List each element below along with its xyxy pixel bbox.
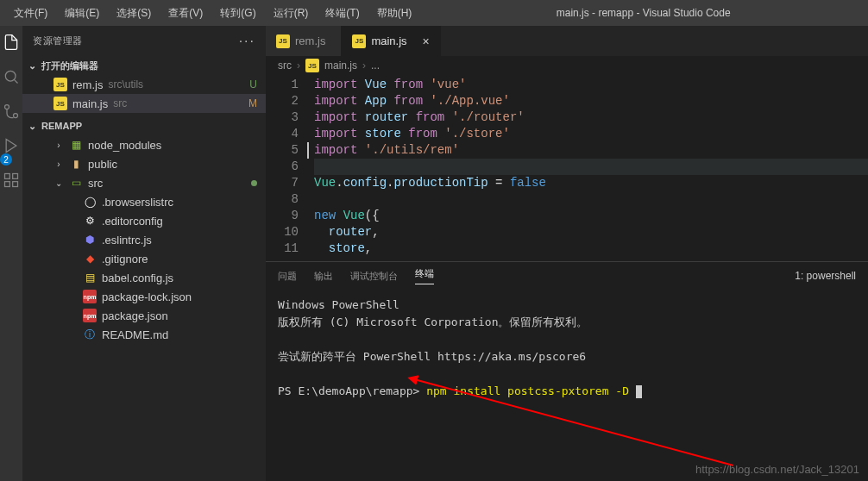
code-line: router,: [314, 224, 868, 240]
browserslist-icon: ◯: [83, 195, 97, 209]
panel-tab[interactable]: 问题: [278, 270, 297, 283]
extensions-icon[interactable]: [2, 171, 21, 190]
gear-icon: ⚙: [83, 214, 97, 228]
menu-item[interactable]: 终端(T): [318, 3, 366, 24]
svg-point-0: [5, 71, 16, 81]
editor-area: JSrem.jsJSmain.js× src › JS main.js › ..…: [266, 26, 868, 481]
panel-tabs: 问题输出调试控制台终端1: powershell: [266, 262, 868, 290]
open-editor-item[interactable]: JSmain.js srcM: [22, 94, 266, 113]
debug-icon[interactable]: [2, 136, 21, 155]
info-icon: ⓘ: [83, 328, 97, 341]
scm-icon[interactable]: [2, 102, 21, 121]
eslint-icon: ⬢: [83, 233, 97, 247]
git-icon: ◆: [83, 252, 97, 265]
file-item[interactable]: ◆.gitignore: [22, 249, 266, 268]
code-line: [314, 191, 868, 208]
terminal-line: 尝试新的跨平台 PowerShell https://aka.ms/pscore…: [278, 348, 856, 365]
panel: 问题输出调试控制台终端1: powershell Windows PowerSh…: [266, 261, 868, 481]
file-item[interactable]: npmpackage.json: [22, 306, 266, 325]
sidebar-title: 资源管理器: [33, 34, 83, 47]
code-line: import App from './App.vue': [314, 93, 868, 109]
menu-item[interactable]: 运行(R): [267, 3, 316, 24]
window-title: main.js - remapp - Visual Studio Code: [418, 7, 868, 19]
sidebar-header: 资源管理器 ···: [22, 26, 266, 56]
chevron-right-icon: ›: [53, 141, 64, 150]
code-editor[interactable]: 1234567891011 import Vue from 'vue'impor…: [266, 75, 868, 261]
babel-icon: ▤: [83, 271, 97, 284]
menu-item[interactable]: 查看(V): [161, 3, 210, 24]
terminal-line: [278, 331, 856, 348]
folder-item[interactable]: ⌄▭src: [22, 173, 266, 192]
open-editor-item[interactable]: JSrem.js src\utilsU: [22, 75, 266, 94]
menu-item[interactable]: 文件(F): [7, 3, 54, 24]
explorer-icon[interactable]: [2, 33, 21, 52]
search-icon[interactable]: [2, 67, 21, 86]
menu-item[interactable]: 编辑(E): [58, 3, 106, 24]
npm-icon: npm: [83, 309, 97, 322]
svg-point-2: [5, 105, 9, 109]
close-icon[interactable]: ×: [423, 34, 430, 48]
svg-rect-8: [13, 182, 18, 187]
panel-tab[interactable]: 终端: [415, 267, 434, 284]
code-line: store,: [314, 240, 868, 257]
activity-bar: 2: [0, 26, 22, 481]
node-modules-icon: ▦: [69, 138, 83, 152]
terminal-line: Windows PowerShell: [278, 297, 856, 314]
js-icon: JS: [305, 59, 319, 72]
js-icon: JS: [53, 78, 67, 91]
terminal-line: [278, 365, 856, 383]
editor-tab[interactable]: JSrem.js: [266, 26, 342, 56]
chevron-down-icon: ⌄: [53, 178, 64, 188]
code-line: [314, 159, 868, 175]
svg-marker-4: [6, 140, 16, 153]
open-editors-header[interactable]: ⌄ 打开的编辑器: [22, 56, 266, 75]
folder-icon: ▮: [69, 157, 83, 171]
panel-tab[interactable]: 调试控制台: [350, 270, 398, 283]
menu-item[interactable]: 选择(S): [110, 3, 158, 24]
terminal-prompt[interactable]: PS E:\demoApp\remapp> npm install postcs…: [278, 383, 856, 400]
menu-item[interactable]: 转到(G): [213, 3, 262, 24]
more-icon[interactable]: ···: [239, 34, 255, 49]
cursor-icon: [636, 385, 642, 398]
watermark: https://blog.csdn.net/Jack_13201: [695, 463, 859, 476]
file-item[interactable]: ⚙.editorconfig: [22, 211, 266, 230]
file-item[interactable]: npmpackage-lock.json: [22, 287, 266, 306]
file-item[interactable]: ▤babel.config.js: [22, 268, 266, 287]
svg-rect-7: [5, 182, 10, 187]
project-header[interactable]: ⌄ REMAPP: [22, 116, 266, 135]
chevron-down-icon: ⌄: [26, 121, 38, 132]
file-item[interactable]: ⓘREADME.md: [22, 325, 266, 344]
folder-item[interactable]: ›▮public: [22, 154, 266, 173]
chevron-right-icon: ›: [53, 159, 64, 169]
js-icon: JS: [276, 34, 290, 48]
svg-line-1: [14, 79, 17, 83]
npm-icon: npm: [83, 290, 97, 303]
file-item[interactable]: ◯.browserslistrc: [22, 192, 266, 211]
file-tree: ›▦node_modules›▮public⌄▭src◯.browserslis…: [22, 135, 266, 347]
tabs: JSrem.jsJSmain.js×: [266, 26, 868, 56]
chevron-down-icon: ⌄: [26, 60, 38, 72]
code-line: import store from './store': [314, 126, 868, 142]
open-editors-list: JSrem.js src\utilsUJSmain.js srcM: [22, 75, 266, 116]
folder-item[interactable]: ›▦node_modules: [22, 135, 266, 154]
editor-tab[interactable]: JSmain.js×: [342, 26, 440, 56]
panel-tab[interactable]: 输出: [314, 270, 333, 283]
terminal-line: 版权所有 (C) Microsoft Corporation。保留所有权利。: [278, 314, 856, 331]
scm-badge: 2: [0, 153, 12, 166]
status-badge: U: [249, 78, 257, 91]
terminal-select[interactable]: 1: powershell: [795, 270, 856, 282]
breadcrumb[interactable]: src › JS main.js › ...: [266, 56, 868, 75]
sidebar: 资源管理器 ··· ⌄ 打开的编辑器 JSrem.js src\utilsUJS…: [22, 26, 266, 481]
menu-item[interactable]: 帮助(H): [370, 3, 419, 24]
terminal[interactable]: Windows PowerShell版权所有 (C) Microsoft Cor…: [266, 290, 868, 481]
code-line: import './utils/rem': [314, 142, 868, 159]
svg-rect-5: [5, 174, 10, 179]
svg-rect-6: [13, 174, 18, 179]
modified-dot: [251, 180, 257, 186]
code-line: import router from './router': [314, 109, 868, 126]
file-item[interactable]: ⬢.eslintrc.js: [22, 230, 266, 249]
js-icon: JS: [53, 97, 67, 110]
code-line: import Vue from 'vue': [314, 77, 868, 93]
title-bar: 文件(F)编辑(E)选择(S)查看(V)转到(G)运行(R)终端(T)帮助(H)…: [0, 0, 868, 26]
code-line: new Vue({: [314, 208, 868, 224]
